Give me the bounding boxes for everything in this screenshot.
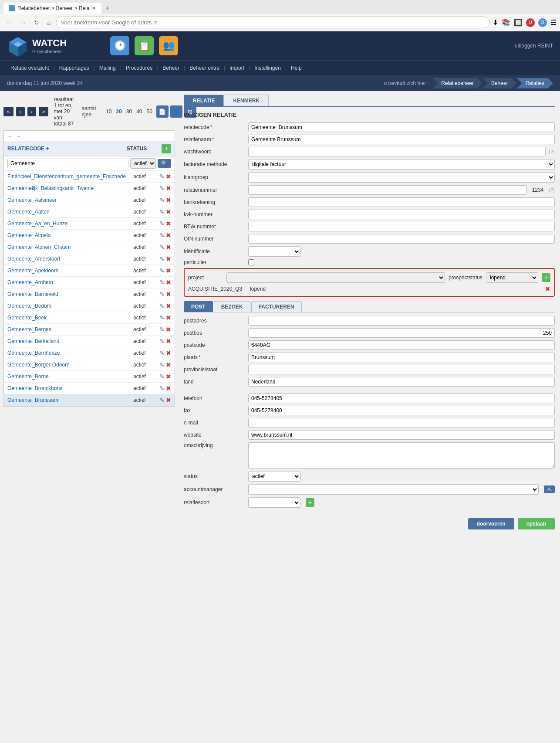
- prev-page-button[interactable]: ‹: [16, 107, 25, 116]
- accountmanager-select[interactable]: [248, 484, 539, 495]
- item-code[interactable]: Gemeente_Aalten: [7, 209, 133, 215]
- relatiecode-input[interactable]: [248, 122, 555, 132]
- nav-beheer-extra[interactable]: Beheer extra: [186, 63, 223, 73]
- item-code[interactable]: Financieel_Dienstencentrum_gemeente_Ensc…: [7, 173, 133, 180]
- browser-tab[interactable]: Relatiebeheer > Beheer > Rela ✕: [3, 3, 101, 14]
- oin-input[interactable]: [248, 234, 555, 244]
- fax-input[interactable]: [248, 406, 555, 415]
- delete-icon[interactable]: ✖: [166, 279, 171, 286]
- extensions-icon[interactable]: 🔲: [514, 18, 523, 27]
- download-icon[interactable]: ⬇: [493, 18, 498, 27]
- bookmarks-icon[interactable]: 📚: [502, 18, 510, 27]
- item-code[interactable]: Gemeente_Berkelland: [7, 338, 133, 344]
- delete-icon[interactable]: ✖: [166, 232, 171, 239]
- item-code[interactable]: Gemeente_Aa_en_Hunze: [7, 221, 133, 227]
- edit-icon[interactable]: ✎: [159, 373, 165, 380]
- edit-icon[interactable]: ✎: [159, 185, 165, 192]
- rows-10[interactable]: 10: [105, 108, 113, 115]
- delete-icon[interactable]: ✖: [166, 326, 171, 333]
- nav-relatie-overzicht[interactable]: Relatie overzicht: [7, 63, 53, 73]
- edit-icon[interactable]: ✎: [159, 326, 165, 333]
- relatienummer-input[interactable]: [248, 185, 527, 195]
- item-code[interactable]: Gemeente_Borne: [7, 373, 133, 380]
- edit-icon[interactable]: ✎: [159, 267, 165, 274]
- last-page-button[interactable]: »: [39, 107, 49, 116]
- edit-icon[interactable]: ✎: [159, 314, 165, 321]
- item-code[interactable]: Gemeente_Arnhem: [7, 279, 133, 285]
- tab-relatie[interactable]: RELATIE: [184, 95, 224, 106]
- edit-icon[interactable]: ✎: [159, 349, 165, 356]
- website-input[interactable]: [248, 430, 555, 440]
- relatienummer-help-icon[interactable]: (?): [549, 187, 555, 193]
- people-icon-btn[interactable]: 👥: [159, 36, 178, 55]
- delete-icon[interactable]: ✖: [166, 361, 171, 368]
- nav-mailing[interactable]: Mailing: [96, 63, 119, 73]
- delete-icon[interactable]: ✖: [166, 208, 171, 215]
- back-button[interactable]: ←: [3, 17, 15, 28]
- breadcrumb-relatiebeheer[interactable]: Relatiebeheer: [432, 78, 482, 88]
- land-input[interactable]: [248, 377, 555, 387]
- tab-close-button[interactable]: ✕: [92, 5, 96, 11]
- user-icon[interactable]: B: [538, 18, 547, 27]
- delete-icon[interactable]: ✖: [166, 255, 171, 262]
- edit-icon[interactable]: ✎: [159, 208, 165, 215]
- delete-project-tag-button[interactable]: ✖: [545, 285, 550, 292]
- delete-icon[interactable]: ✖: [166, 338, 171, 345]
- nav-rapportages[interactable]: Rapportages: [56, 63, 93, 73]
- edit-icon[interactable]: ✎: [159, 244, 165, 251]
- new-tab-button[interactable]: +: [101, 3, 112, 14]
- subtab-bezoek[interactable]: BEZOEK: [214, 301, 250, 312]
- export-button[interactable]: 📄: [156, 105, 169, 118]
- nav-beheer[interactable]: Beheer: [159, 63, 183, 73]
- item-code[interactable]: Gemeente_Apeldoorn: [7, 268, 133, 274]
- btw-input[interactable]: [248, 222, 555, 231]
- forward-button[interactable]: →: [17, 17, 29, 28]
- edit-icon[interactable]: ✎: [159, 255, 165, 262]
- delete-icon[interactable]: ✖: [166, 244, 171, 251]
- accountmanager-btn[interactable]: .A.: [544, 485, 555, 493]
- postbus-input[interactable]: [248, 328, 555, 338]
- subtab-post[interactable]: POST: [184, 301, 213, 312]
- edit-icon[interactable]: ✎: [159, 302, 165, 309]
- delete-icon[interactable]: ✖: [166, 197, 171, 204]
- rows-30[interactable]: 30: [125, 108, 133, 115]
- wachtwoord-input[interactable]: [248, 147, 546, 156]
- edit-icon[interactable]: ✎: [159, 291, 165, 298]
- status-select[interactable]: actief: [248, 471, 300, 482]
- opslaan-button[interactable]: opslaan: [518, 518, 555, 529]
- nav-right-arrow[interactable]: →: [15, 132, 21, 139]
- telefoon-input[interactable]: [248, 394, 555, 403]
- home-button[interactable]: ⌂: [44, 17, 53, 28]
- menu-icon[interactable]: ☰: [550, 18, 557, 27]
- edit-icon[interactable]: ✎: [159, 197, 165, 204]
- item-code[interactable]: Gemeente_Almelo: [7, 232, 133, 238]
- nav-instellingen[interactable]: Instellingen: [251, 63, 284, 73]
- relatiesoort-select[interactable]: [248, 497, 300, 508]
- item-code[interactable]: Gemeente_Beek: [7, 315, 133, 321]
- delete-icon[interactable]: ✖: [166, 302, 171, 309]
- edit-icon[interactable]: ✎: [159, 397, 165, 404]
- email-input[interactable]: [248, 418, 555, 427]
- add-relatiesoort-button[interactable]: +: [306, 498, 314, 507]
- delete-icon[interactable]: ✖: [166, 397, 171, 404]
- item-code[interactable]: Gemeentelijk_Belastingkantr_Twente: [7, 185, 133, 191]
- provincie-input[interactable]: [248, 365, 555, 374]
- delete-icon[interactable]: ✖: [166, 185, 171, 192]
- edit-icon[interactable]: ✎: [159, 385, 165, 392]
- item-code[interactable]: Gemeente_Bronckhorst: [7, 385, 133, 391]
- postadres-input[interactable]: [248, 316, 555, 326]
- relatienaam-input[interactable]: [248, 135, 555, 144]
- identificatie-select[interactable]: [248, 246, 300, 257]
- code-header[interactable]: RELATIECODE +: [7, 146, 127, 152]
- delete-icon[interactable]: ✖: [166, 173, 171, 180]
- first-page-button[interactable]: «: [3, 107, 13, 116]
- facturatie-select[interactable]: digitale factuur: [248, 159, 555, 170]
- plaats-input[interactable]: [248, 353, 555, 362]
- delete-icon[interactable]: ✖: [166, 291, 171, 298]
- rows-20[interactable]: 20: [115, 108, 123, 115]
- nav-procedures[interactable]: Procedures: [122, 63, 156, 73]
- search-input[interactable]: [7, 159, 128, 168]
- add-project-button[interactable]: +: [542, 273, 550, 282]
- rows-40[interactable]: 40: [135, 108, 143, 115]
- help-icon[interactable]: (?): [549, 149, 555, 154]
